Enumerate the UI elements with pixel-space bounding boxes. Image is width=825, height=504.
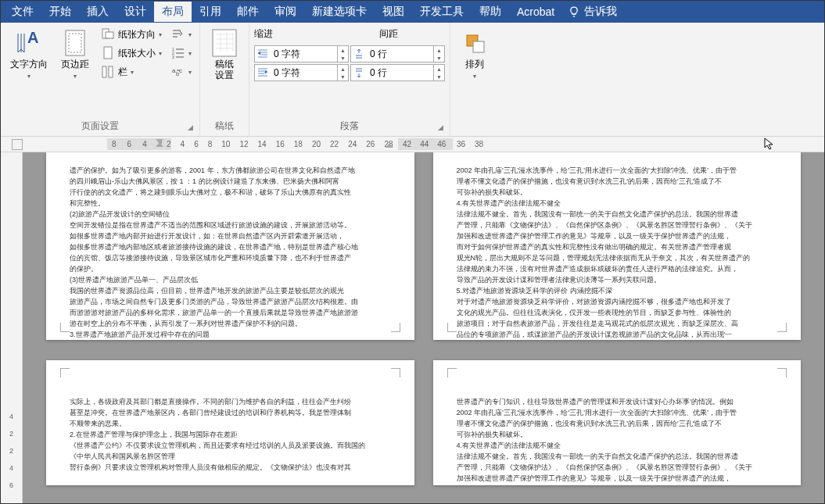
menubar: 文件 开始 插入 设计 布局 引用 邮件 审阅 新建选项卡 视图 开发工具 帮助… (1, 1, 824, 23)
margins-icon (61, 29, 89, 57)
line-numbers-icon: 123 (171, 46, 185, 60)
margins-button[interactable]: 页边距▾ (56, 26, 95, 85)
menu-developer[interactable]: 开发工具 (412, 2, 472, 22)
spinner-up[interactable]: ▲ (433, 65, 444, 73)
group-paragraph: 缩进 间距 ▲▼ ▲▼ (249, 23, 450, 136)
menu-view[interactable]: 视图 (375, 2, 412, 22)
text-direction-button[interactable]: A 文字方向▾ (5, 26, 52, 85)
svg-rect-16 (473, 41, 484, 52)
text-direction-label: 文字方向 (10, 59, 48, 70)
svg-rect-7 (109, 66, 113, 77)
page-margin-marker-icon (447, 323, 457, 332)
dropdown-arrow-icon: ▾ (473, 73, 476, 80)
page-margin-marker-icon (447, 368, 457, 377)
svg-rect-6 (102, 66, 106, 77)
document-page[interactable]: 2002 年由孔庙'三孔'漫水洗事件，给'三孔'用水进行一次全面的'大扫除'冲洗… (433, 152, 802, 340)
spacing-before-input[interactable] (367, 48, 433, 59)
dropdown-arrow-icon: ▾ (188, 69, 192, 76)
dropdown-arrow-icon: ▾ (188, 50, 192, 57)
spinner-down[interactable]: ▼ (337, 54, 348, 62)
page-margin-marker-icon (777, 323, 787, 332)
dropdown-arrow-icon: ▾ (159, 31, 162, 38)
indent-right-input[interactable] (271, 67, 337, 78)
breaks-button[interactable]: ▾ (168, 26, 195, 43)
ruler-corner-icon (12, 139, 23, 150)
group-paragraph-label: 段落 (340, 120, 359, 131)
svg-rect-14 (213, 30, 236, 56)
spacing-after-input[interactable] (367, 67, 433, 78)
page-setup-dialog-launcher[interactable]: ◢ (185, 123, 195, 133)
document-page[interactable]: 遗产的保护。如为了吸引更多的游客，2001 年，东方佛都旅游公司在世界文化和自然… (46, 152, 414, 340)
menu-acrobat[interactable]: Acrobat (509, 2, 562, 21)
document-area[interactable]: 42246 遗产的保护。如为了吸引更多的游客，2001 年，东方佛都旅游公司在世… (1, 152, 824, 504)
spinner-up[interactable]: ▲ (433, 46, 444, 54)
ribbon: A 文字方向▾ 页边距▾ 纸张方向 ▾ 纸张大小 ▾ (1, 23, 824, 137)
svg-text:A: A (27, 29, 38, 46)
menu-references[interactable]: 引用 (192, 2, 229, 22)
breaks-icon (171, 27, 185, 41)
arrange-label: 排列 (465, 59, 484, 70)
group-arrange-label (455, 131, 494, 134)
manuscript-icon (210, 29, 239, 57)
spinner-down[interactable]: ▼ (337, 73, 348, 80)
dropdown-arrow-icon: ▾ (188, 31, 192, 38)
group-page-setup-label: 页面设置 (81, 120, 119, 131)
manuscript-label: 稿纸 设置 (215, 59, 234, 80)
menu-insert[interactable]: 插入 (79, 2, 117, 22)
page-text: 世界遗产的专门知识，往往导致世界遗产的管理谋和开发设计谋'好心办坏事'的情况。例… (457, 396, 778, 484)
spacing-before-icon (351, 48, 367, 59)
menu-design[interactable]: 设计 (117, 2, 154, 22)
menu-newtab[interactable]: 新建选项卡 (304, 2, 375, 22)
indent-section-label: 缩进 (254, 27, 379, 41)
spinner-up[interactable]: ▲ (337, 65, 348, 73)
spinner-up[interactable]: ▲ (337, 46, 348, 54)
horizontal-ruler[interactable]: 8642 2468101214161820222426283032343638 … (1, 137, 824, 152)
spacing-after-field[interactable]: ▲▼ (350, 64, 445, 81)
menu-layout[interactable]: 布局 (154, 2, 192, 22)
hyphenation-button[interactable]: abc ▾ (168, 63, 195, 80)
page-margin-marker-icon (777, 368, 787, 377)
menu-file[interactable]: 文件 (4, 2, 41, 22)
indent-right-field[interactable]: ▲▼ (254, 64, 349, 81)
margins-label: 页边距 (61, 59, 89, 70)
ruler-indent-marker-icon[interactable] (386, 143, 393, 151)
size-button[interactable]: 纸张大小 ▾ (98, 45, 165, 62)
arrange-button[interactable]: 排列▾ (455, 26, 494, 85)
size-label: 纸张大小 (118, 47, 156, 60)
page-margin-marker-icon (60, 323, 70, 332)
svg-rect-5 (104, 47, 112, 59)
indent-left-icon (255, 48, 271, 59)
columns-button[interactable]: 栏 ▾ (98, 63, 165, 80)
columns-label: 栏 (118, 66, 127, 79)
spinner-down[interactable]: ▼ (433, 73, 444, 80)
dropdown-arrow-icon: ▾ (74, 73, 77, 80)
orientation-button[interactable]: 纸张方向 ▾ (98, 26, 165, 43)
orientation-label: 纸张方向 (118, 28, 156, 41)
document-page[interactable]: 实际上，各级政府及其部门都是直接操作。不同的部门为维护各自的利益，往往会产生纠纷… (46, 360, 414, 485)
group-manuscript: 稿纸 设置 稿纸 (200, 23, 249, 136)
page-margin-marker-icon (60, 368, 70, 377)
manuscript-settings-button[interactable]: 稿纸 设置 (205, 26, 244, 84)
indent-left-field[interactable]: ▲▼ (254, 45, 349, 63)
page-text: 2002 年由孔庙'三孔'漫水洗事件，给'三孔'用水进行一次全面的'大扫除'冲洗… (457, 165, 778, 340)
ruler-indent-marker-icon[interactable] (156, 139, 163, 147)
spacing-before-field[interactable]: ▲▼ (350, 45, 445, 63)
indent-left-input[interactable] (271, 48, 337, 59)
svg-rect-4 (106, 32, 113, 38)
tell-me[interactable]: 告诉我 (569, 5, 617, 19)
menu-help[interactable]: 帮助 (472, 2, 509, 22)
paragraph-dialog-launcher[interactable]: ◢ (436, 123, 445, 133)
menu-review[interactable]: 审阅 (267, 2, 304, 22)
menu-home[interactable]: 开始 (41, 2, 79, 22)
line-numbers-button[interactable]: 123 ▾ (168, 45, 195, 62)
menu-mailings[interactable]: 邮件 (229, 2, 267, 22)
spacing-section-label: 间距 (379, 27, 398, 41)
indent-right-icon (255, 67, 271, 78)
arrange-icon (461, 29, 489, 57)
document-page[interactable]: 世界遗产的专门知识，往往导致世界遗产的管理谋和开发设计谋'好心办坏事'的情况。例… (433, 360, 802, 485)
vertical-ruler[interactable]: 42246 (1, 152, 23, 504)
page-text: 实际上，各级政府及其部门都是直接操作。不同的部门为维护各自的利益，往往会产生纠纷… (70, 396, 391, 473)
dropdown-arrow-icon: ▾ (159, 50, 162, 57)
lightbulb-icon (569, 6, 579, 17)
spinner-down[interactable]: ▼ (433, 54, 444, 62)
